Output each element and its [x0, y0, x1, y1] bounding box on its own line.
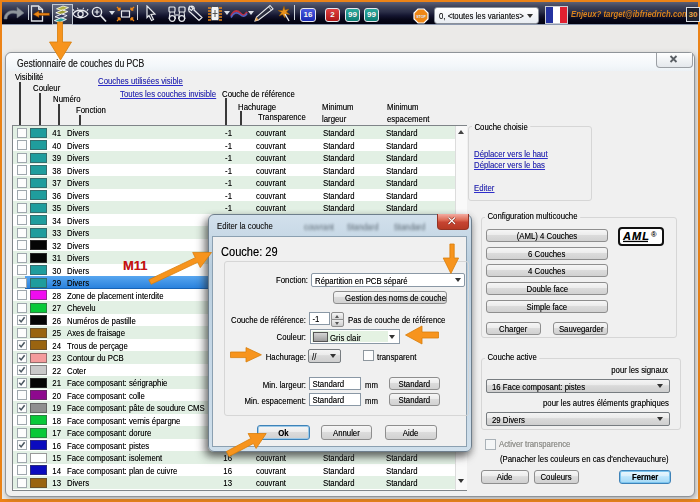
- svg-text:®: ®: [651, 230, 657, 239]
- svg-text:AML: AML: [622, 230, 649, 242]
- svg-text:STOP: STOP: [416, 15, 426, 19]
